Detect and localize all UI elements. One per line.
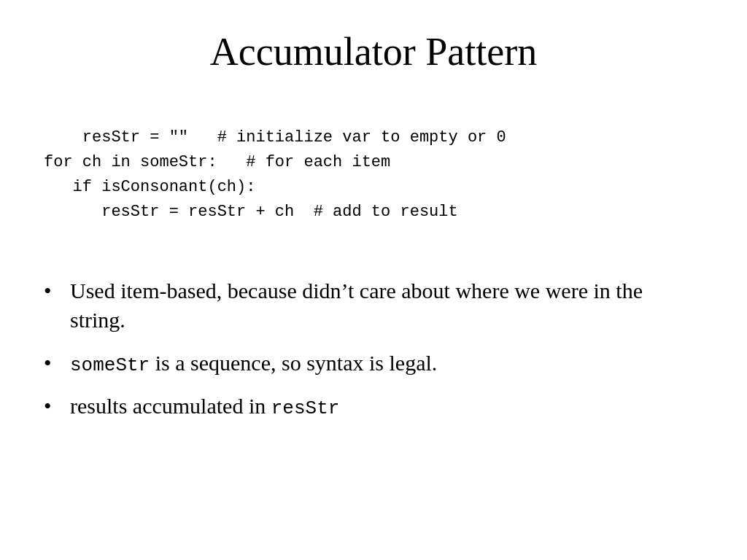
bullet-text-1: Used item-based, because didn’t care abo… — [70, 276, 703, 335]
bullet-dot-3: • — [44, 392, 64, 421]
slide-title: Accumulator Pattern — [44, 29, 703, 74]
someStr-code: someStr — [70, 354, 150, 376]
bullet-dot-1: • — [44, 276, 64, 306]
bullet-item-1: • Used item-based, because didn’t care a… — [44, 276, 703, 335]
bullet-text-3: results accumulated in resStr — [70, 392, 703, 421]
code-block: resStr = "" # initialize var to empty or… — [44, 101, 703, 250]
code-line-3: if isConsonant(ch): — [44, 178, 255, 196]
bullet-item-2: • someStr is a sequence, so syntax is le… — [44, 349, 703, 378]
code-line-4: resStr = resStr + ch # add to result — [44, 203, 458, 221]
resStr-code: resStr — [271, 397, 340, 419]
bullet-text-2: someStr is a sequence, so syntax is lega… — [70, 349, 703, 378]
bullet-list: • Used item-based, because didn’t care a… — [44, 276, 703, 435]
bullet-item-3: • results accumulated in resStr — [44, 392, 703, 421]
bullet-dot-2: • — [44, 349, 64, 378]
slide: Accumulator Pattern resStr = "" # initia… — [0, 0, 747, 560]
code-line-2: for ch in someStr: # for each item — [44, 153, 390, 171]
code-line-1: resStr = "" # initialize var to empty or… — [82, 128, 506, 147]
